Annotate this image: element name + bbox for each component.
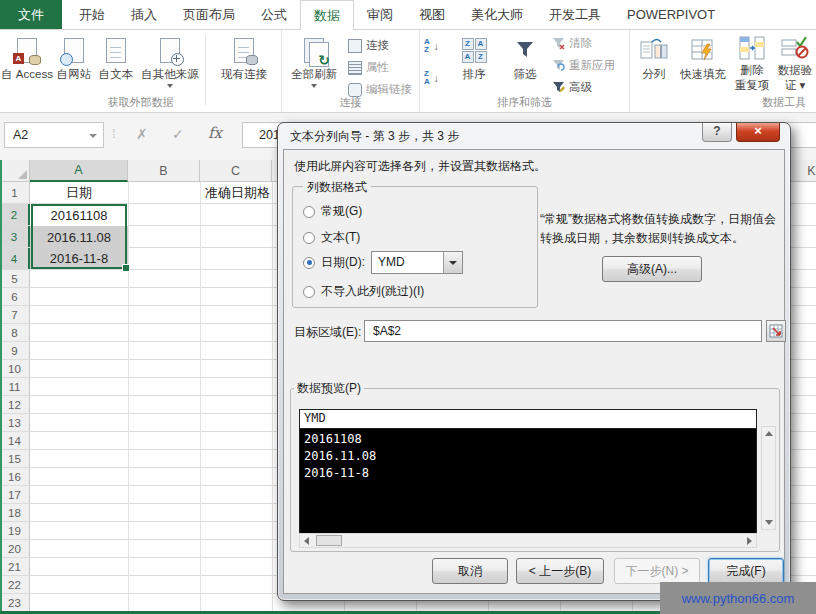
radio-icon[interactable] bbox=[303, 286, 315, 298]
cell-a1[interactable]: 日期 bbox=[30, 182, 128, 204]
row-header-18[interactable]: 18 bbox=[0, 504, 30, 521]
reapply-filter-button[interactable]: 重新应用 bbox=[552, 58, 615, 73]
row-header-17[interactable]: 17 bbox=[0, 486, 30, 503]
radio-skip-column[interactable]: 不导入此列(跳过)(I) bbox=[303, 283, 424, 300]
properties-button[interactable]: 属性 bbox=[348, 60, 389, 75]
tab-home[interactable]: 开始 bbox=[66, 0, 118, 29]
row-header-16[interactable]: 16 bbox=[0, 468, 30, 485]
sort-ascending-button[interactable]: AZ ↓ bbox=[424, 38, 439, 54]
select-all-corner[interactable] bbox=[0, 160, 30, 182]
confirm-entry-icon[interactable]: ✓ bbox=[172, 126, 184, 142]
row-header-9[interactable]: 9 bbox=[0, 342, 30, 359]
row-header-13[interactable]: 13 bbox=[0, 414, 30, 431]
scroll-left-icon[interactable] bbox=[304, 537, 309, 545]
destination-input[interactable]: $A$2 bbox=[364, 320, 762, 342]
name-box-dropdown-icon[interactable] bbox=[89, 134, 97, 138]
preview-data-area[interactable]: 20161108 2016.11.08 2016-11-8 bbox=[300, 429, 756, 537]
row-header-10[interactable]: 10 bbox=[0, 360, 30, 377]
row-header-3[interactable]: 3 bbox=[0, 226, 30, 247]
sort-descending-button[interactable]: ZA ↓ bbox=[424, 70, 439, 86]
filter-button[interactable]: 筛选 bbox=[504, 35, 546, 82]
preview-horizontal-scrollbar[interactable] bbox=[299, 533, 757, 548]
from-access-button[interactable]: A 自 Access bbox=[2, 35, 52, 82]
existing-connections-button[interactable]: 现有连接 bbox=[212, 35, 276, 82]
cancel-entry-icon[interactable]: ✗ bbox=[136, 126, 148, 142]
dialog-help-button[interactable]: ? bbox=[702, 123, 732, 142]
row-header-6[interactable]: 6 bbox=[0, 288, 30, 305]
row-header-2[interactable]: 2 bbox=[0, 204, 30, 225]
scroll-right-icon[interactable] bbox=[747, 537, 752, 545]
tab-data[interactable]: 数据 bbox=[300, 0, 354, 30]
dropdown-arrow-icon[interactable] bbox=[443, 252, 462, 273]
cell-a4[interactable]: 2016-11-8 bbox=[30, 248, 128, 269]
dialog-close-button[interactable]: × bbox=[736, 123, 780, 142]
row-header-12[interactable]: 12 bbox=[0, 396, 30, 413]
scroll-up-icon[interactable] bbox=[765, 431, 773, 436]
tab-insert[interactable]: 插入 bbox=[118, 0, 170, 29]
data-validation-button[interactable]: 数据验证 ▾ bbox=[774, 35, 816, 93]
from-web-button[interactable]: 自网站 bbox=[54, 35, 94, 82]
destination-label: 目标区域(E): bbox=[294, 324, 361, 341]
name-box[interactable]: A2 bbox=[4, 122, 104, 148]
row-header-8[interactable]: 8 bbox=[0, 324, 30, 341]
row-header-23[interactable]: 23 bbox=[0, 594, 30, 611]
tab-developer[interactable]: 开发工具 bbox=[536, 0, 614, 29]
date-format-dropdown[interactable]: YMD bbox=[371, 251, 463, 274]
tab-beautify[interactable]: 美化大师 bbox=[458, 0, 536, 29]
preview-line: 20161108 bbox=[304, 431, 752, 448]
scrollbar-thumb[interactable] bbox=[316, 535, 342, 546]
row-header-7[interactable]: 7 bbox=[0, 306, 30, 323]
group-label: 连接 bbox=[282, 95, 419, 110]
radio-selected-icon[interactable] bbox=[303, 257, 315, 269]
row-header-22[interactable]: 22 bbox=[0, 576, 30, 593]
remove-duplicates-button[interactable]: 删除重复项 bbox=[732, 35, 772, 93]
sort-button[interactable]: ZA AZ 排序 bbox=[452, 35, 496, 82]
back-button[interactable]: < 上一步(B) bbox=[516, 558, 604, 584]
connections-button[interactable]: 连接 bbox=[348, 38, 389, 53]
tab-file[interactable]: 文件 bbox=[0, 0, 62, 29]
text-to-columns-button[interactable]: 分列 bbox=[634, 35, 674, 82]
preview-vertical-scrollbar[interactable] bbox=[761, 426, 776, 530]
fill-handle[interactable] bbox=[122, 264, 130, 272]
radio-icon[interactable] bbox=[303, 232, 315, 244]
row-header-4[interactable]: 4 bbox=[0, 248, 30, 269]
radio-date[interactable]: 日期(D): YMD bbox=[303, 251, 463, 274]
tab-review[interactable]: 审阅 bbox=[354, 0, 406, 29]
row-header-14[interactable]: 14 bbox=[0, 432, 30, 449]
from-text-button[interactable]: 自文本 bbox=[96, 35, 136, 82]
column-header-c[interactable]: C bbox=[200, 160, 272, 182]
cell-a3[interactable]: 2016.11.08 bbox=[30, 226, 128, 248]
cell-a2-active[interactable]: 20161108 bbox=[30, 204, 128, 226]
group-connections: ↻ 全部刷新 连接 属性 编辑链接 连接 bbox=[282, 30, 420, 112]
tab-formulas[interactable]: 公式 bbox=[248, 0, 300, 29]
refresh-all-button[interactable]: ↻ 全部刷新 bbox=[286, 35, 342, 88]
tab-powerpivot[interactable]: POWERPIVOT bbox=[614, 0, 728, 29]
radio-text[interactable]: 文本(T) bbox=[303, 229, 360, 246]
radio-general[interactable]: 常规(G) bbox=[303, 203, 362, 220]
row-header-19[interactable]: 19 bbox=[0, 522, 30, 539]
row-header-11[interactable]: 11 bbox=[0, 378, 30, 395]
cancel-button[interactable]: 取消 bbox=[432, 558, 508, 584]
dialog-body: 使用此屏内容可选择各列，并设置其数据格式。 列数据格式 常规(G) 文本(T) … bbox=[283, 149, 785, 594]
ribbon: A 自 Access 自网站 自文本 自其他来源 现有连接 获取外部数据 bbox=[0, 30, 816, 113]
column-header-b[interactable]: B bbox=[128, 160, 200, 182]
scroll-down-icon[interactable] bbox=[765, 520, 773, 525]
from-other-sources-button[interactable]: 自其他来源 bbox=[138, 35, 202, 88]
advanced-button[interactable]: 高级(A)... bbox=[602, 256, 702, 282]
radio-icon[interactable] bbox=[303, 206, 315, 218]
range-picker-button[interactable] bbox=[766, 320, 786, 342]
tab-page-layout[interactable]: 页面布局 bbox=[170, 0, 248, 29]
flash-fill-button[interactable]: 快速填充 bbox=[676, 35, 730, 82]
row-header-20[interactable]: 20 bbox=[0, 540, 30, 557]
row-header-5[interactable]: 5 bbox=[0, 270, 30, 287]
column-header-a[interactable]: A bbox=[30, 160, 128, 182]
row-header-21[interactable]: 21 bbox=[0, 558, 30, 575]
finish-button[interactable]: 完成(F) bbox=[708, 558, 784, 584]
tab-view[interactable]: 视图 bbox=[406, 0, 458, 29]
row-header-1[interactable]: 1 bbox=[0, 182, 30, 203]
insert-function-icon[interactable]: fx bbox=[208, 124, 222, 142]
advanced-filter-button[interactable]: 高级 bbox=[552, 80, 592, 95]
clear-filter-button[interactable]: 清除 bbox=[552, 36, 592, 51]
preview-column-header[interactable]: YMD bbox=[300, 410, 756, 429]
row-header-15[interactable]: 15 bbox=[0, 450, 30, 467]
